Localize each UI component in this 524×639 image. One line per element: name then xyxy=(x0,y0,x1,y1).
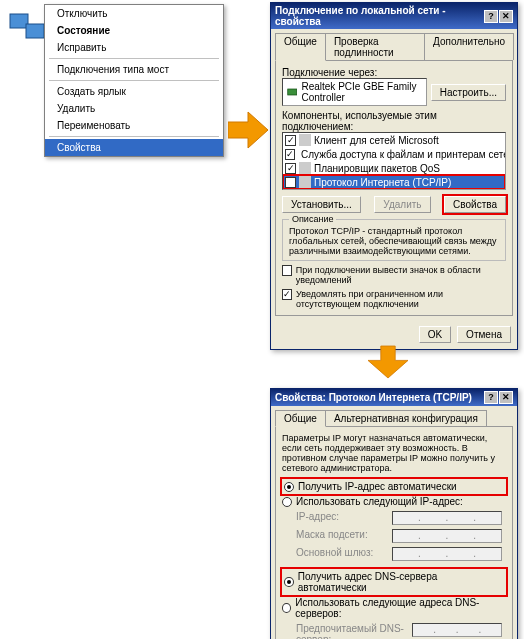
adapter-field: Realtek PCIe GBE Family Controller xyxy=(282,78,427,106)
dns1-label: Предпочитаемый DNS-сервер: xyxy=(296,623,412,639)
notify-limited-label: Уведомлять при ограниченном или отсутств… xyxy=(296,289,506,309)
cancel-button[interactable]: Отмена xyxy=(457,326,511,343)
checkbox[interactable]: ✓ xyxy=(285,163,296,174)
protocol-icon xyxy=(299,176,311,188)
svg-rect-6 xyxy=(299,162,311,174)
list-label: Служба доступа к файлам и принтерам сете… xyxy=(301,149,506,160)
tcpip-properties-window: Свойства: Протокол Интернета (TCP/IP) ? … xyxy=(270,388,518,639)
subnet-mask-field: ... xyxy=(392,529,502,543)
ip-address-field: ... xyxy=(392,511,502,525)
install-button[interactable]: Установить... xyxy=(282,196,361,213)
list-item[interactable]: ✓ Планировщик пакетов QoS xyxy=(283,161,505,175)
svg-rect-7 xyxy=(299,176,311,188)
description-group: Описание Протокол TCP/IP - стандартный п… xyxy=(282,219,506,261)
ctx-properties[interactable]: Свойства xyxy=(45,139,223,156)
tray-icon-checkbox[interactable] xyxy=(282,265,292,276)
gateway-label: Основной шлюз: xyxy=(296,547,373,561)
client-icon xyxy=(299,134,311,146)
arrow-right-icon xyxy=(228,110,268,159)
description-text: Протокол TCP/IP - стандартный протокол г… xyxy=(289,226,497,256)
ok-button[interactable]: OK xyxy=(419,326,451,343)
tab-auth[interactable]: Проверка подлинности xyxy=(325,33,425,60)
ip-address-label: IP-адрес: xyxy=(296,511,339,525)
tab-body: Подключение через: Realtek PCIe GBE Fami… xyxy=(275,60,513,316)
notify-limited-checkbox[interactable]: ✓ xyxy=(282,289,292,300)
nic-icon xyxy=(287,86,297,98)
help-button[interactable]: ? xyxy=(484,10,498,23)
arrow-down-icon xyxy=(368,342,408,391)
ctx-disable[interactable]: Отключить xyxy=(45,5,223,22)
separator xyxy=(49,136,219,137)
ctx-shortcut[interactable]: Создать ярлык xyxy=(45,83,223,100)
help-button[interactable]: ? xyxy=(484,391,498,404)
titlebar: Подключение по локальной сети - свойства… xyxy=(271,3,517,29)
connection-properties-window: Подключение по локальной сети - свойства… xyxy=(270,2,518,350)
radio-icon xyxy=(284,577,294,587)
window-title: Свойства: Протокол Интернета (TCP/IP) xyxy=(275,392,472,403)
radio-label: Использовать следующий IP-адрес: xyxy=(296,496,463,507)
components-list[interactable]: ✓ Клиент для сетей Microsoft ✓ Служба до… xyxy=(282,132,506,190)
radio-icon xyxy=(284,482,294,492)
connect-via-label: Подключение через: xyxy=(282,67,506,78)
components-label: Компоненты, используемые этим подключени… xyxy=(282,110,506,132)
radio-icon xyxy=(282,603,291,613)
list-item[interactable]: ✓ Клиент для сетей Microsoft xyxy=(283,133,505,147)
list-item[interactable]: ✓ Служба доступа к файлам и принтерам се… xyxy=(283,147,505,161)
svg-marker-8 xyxy=(368,346,408,378)
radio-manual-ip[interactable]: Использовать следующий IP-адрес: xyxy=(282,494,506,509)
list-label: Планировщик пакетов QoS xyxy=(314,163,440,174)
configure-button[interactable]: Настроить... xyxy=(431,84,506,101)
checkbox[interactable]: ✓ xyxy=(285,149,295,160)
radio-manual-dns[interactable]: Использовать следующие адреса DNS-сервер… xyxy=(282,595,506,621)
tab-general[interactable]: Общие xyxy=(275,410,326,427)
qos-icon xyxy=(299,162,311,174)
ctx-delete[interactable]: Удалить xyxy=(45,100,223,117)
checkbox[interactable]: ✓ xyxy=(285,135,296,146)
separator xyxy=(49,80,219,81)
dns1-field: ... xyxy=(412,623,502,637)
tray-icon-label: При подключении вывести значок в области… xyxy=(296,265,506,285)
ctx-repair[interactable]: Исправить xyxy=(45,39,223,56)
list-label: Клиент для сетей Microsoft xyxy=(314,135,439,146)
checkbox[interactable]: ✓ xyxy=(285,177,296,188)
radio-icon xyxy=(282,497,292,507)
svg-rect-1 xyxy=(26,24,44,38)
properties-button[interactable]: Свойства xyxy=(444,196,506,213)
close-button[interactable]: ✕ xyxy=(499,391,513,404)
radio-label: Получить IP-адрес автоматически xyxy=(298,481,457,492)
remove-button: Удалить xyxy=(374,196,430,213)
tab-advanced[interactable]: Дополнительно xyxy=(424,33,514,60)
tabs: Общие Альтернативная конфигурация xyxy=(275,410,513,426)
gateway-field: ... xyxy=(392,547,502,561)
tab-altconfig[interactable]: Альтернативная конфигурация xyxy=(325,410,487,426)
ctx-bridge[interactable]: Подключения типа мост xyxy=(45,61,223,78)
tabs: Общие Проверка подлинности Дополнительно xyxy=(275,33,513,60)
tab-general[interactable]: Общие xyxy=(275,33,326,61)
radio-label: Использовать следующие адреса DNS-сервер… xyxy=(295,597,506,619)
connection-context-menu: Отключить Состояние Исправить Подключени… xyxy=(44,4,224,157)
separator xyxy=(49,58,219,59)
subnet-mask-label: Маска подсети: xyxy=(296,529,368,543)
svg-rect-4 xyxy=(299,134,311,146)
list-item-tcpip[interactable]: ✓ Протокол Интернета (TCP/IP) xyxy=(283,175,505,189)
radio-label: Получить адрес DNS-сервера автоматически xyxy=(298,571,504,593)
svg-rect-0 xyxy=(10,14,28,28)
tab-body: Параметры IP могут назначаться автоматич… xyxy=(275,426,513,639)
svg-marker-2 xyxy=(228,112,268,148)
network-connection-icon xyxy=(8,10,48,44)
window-title: Подключение по локальной сети - свойства xyxy=(275,5,484,27)
radio-auto-dns[interactable]: Получить адрес DNS-сервера автоматически xyxy=(282,569,506,595)
close-button[interactable]: ✕ xyxy=(499,10,513,23)
adapter-name: Realtek PCIe GBE Family Controller xyxy=(301,81,421,103)
list-label: Протокол Интернета (TCP/IP) xyxy=(314,177,451,188)
radio-auto-ip[interactable]: Получить IP-адрес автоматически xyxy=(282,479,506,494)
ctx-rename[interactable]: Переименовать xyxy=(45,117,223,134)
intro-text: Параметры IP могут назначаться автоматич… xyxy=(282,433,506,473)
svg-rect-3 xyxy=(288,89,297,95)
ctx-status[interactable]: Состояние xyxy=(45,22,223,39)
description-legend: Описание xyxy=(289,214,336,224)
titlebar: Свойства: Протокол Интернета (TCP/IP) ? … xyxy=(271,389,517,406)
